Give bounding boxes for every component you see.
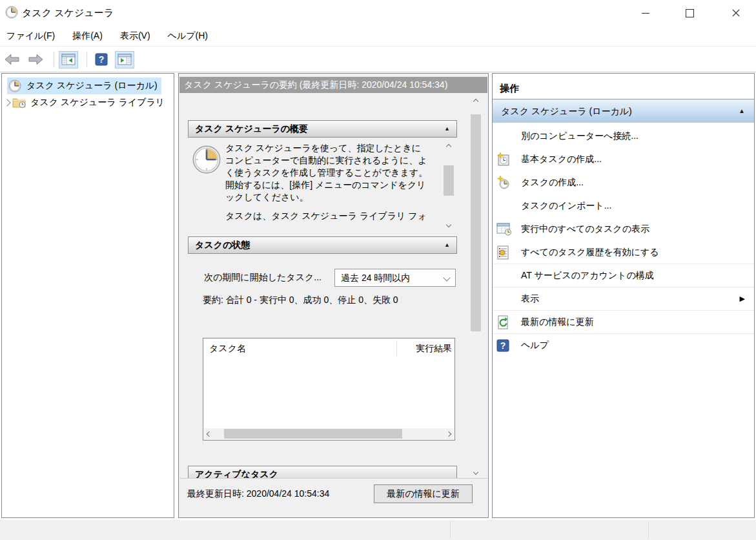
task-history-icon: [496, 245, 513, 260]
action-label: タスクのインポート...: [521, 200, 611, 212]
summary-pane-title: タスク スケジューラの要約 (最終更新日時: 2020/04/24 10:54:…: [179, 77, 487, 93]
action-pane-toggle-button[interactable]: [115, 51, 134, 68]
period-dropdown[interactable]: 過去 24 時間以内: [334, 269, 456, 287]
statusbar-separator: [450, 521, 451, 539]
minimize-icon: [642, 13, 649, 14]
chevron-down-icon: [443, 274, 450, 281]
action-pane-toggle-icon: [117, 54, 132, 65]
scroll-down-button[interactable]: [470, 467, 482, 477]
scroll-up-button[interactable]: [470, 96, 482, 107]
menu-help[interactable]: ヘルプ(H): [168, 30, 208, 42]
column-separator[interactable]: [396, 340, 397, 356]
period-dropdown-value: 過去 24 時間以内: [341, 273, 410, 283]
help-icon: ?: [95, 53, 108, 66]
action-label: 実行中のすべてのタスクの表示: [521, 223, 649, 235]
app-clock-icon: [5, 6, 18, 19]
icon-spacer: [496, 199, 513, 213]
menu-file[interactable]: ファイル(F): [6, 30, 55, 42]
overview-scrollbar[interactable]: [443, 141, 455, 229]
forward-arrow-icon: [27, 53, 44, 66]
overview-section-header[interactable]: タスク スケジューラの概要 ▲: [188, 120, 457, 138]
refresh-button[interactable]: 最新の情報に更新: [374, 484, 473, 503]
collapse-arrow-icon[interactable]: ▲: [739, 99, 745, 123]
console-tree-panel: タスク スケジューラ (ローカル) タスク スケジューラ ライブラリ: [1, 73, 174, 518]
clock-icon: [8, 79, 23, 92]
actions-group-title: タスク スケジューラ (ローカル): [501, 106, 632, 116]
overview-text: タスク スケジューラを使って、指定したときにコンピューターで自動的に実行されるよ…: [225, 142, 429, 231]
menu-view[interactable]: 表示(V): [120, 30, 150, 42]
statusbar-separator: [648, 521, 649, 539]
tree-item-label: タスク スケジューラ (ローカル): [26, 80, 158, 92]
task-status-section-header[interactable]: タスクの状態 ▲: [188, 236, 457, 254]
create-task-icon: [496, 176, 513, 190]
menu-bar: ファイル(F) 操作(A) 表示(V) ヘルプ(H): [0, 26, 756, 47]
console-tree-toggle-button[interactable]: [59, 51, 78, 68]
action-help[interactable]: ? ヘルプ: [493, 334, 754, 357]
collapse-arrow-icon[interactable]: ▲: [444, 121, 450, 137]
action-refresh[interactable]: 最新の情報に更新: [493, 311, 754, 334]
title-bar[interactable]: タスク スケジューラ: [0, 0, 756, 26]
scroll-left-button[interactable]: [204, 428, 214, 439]
refresh-icon: [496, 315, 513, 329]
tree-item-task-scheduler-local[interactable]: タスク スケジューラ (ローカル): [2, 78, 174, 94]
close-button[interactable]: [721, 0, 751, 26]
window-title: タスク スケジューラ: [22, 0, 114, 26]
table-horizontal-scrollbar[interactable]: [204, 428, 454, 439]
close-icon: [732, 9, 740, 17]
minimize-button[interactable]: [631, 0, 660, 26]
column-header-task-name[interactable]: タスク名: [209, 338, 246, 358]
create-basic-task-icon: [496, 152, 513, 167]
actions-panel: 操作 タスク スケジューラ (ローカル) ▲ 別のコンピューターへ接続...: [492, 73, 755, 518]
action-configure-at-service-account[interactable]: AT サービスのアカウントの構成: [493, 264, 754, 287]
svg-text:?: ?: [99, 54, 105, 65]
scrollbar-thumb[interactable]: [224, 429, 402, 439]
scrollbar-thumb[interactable]: [471, 114, 481, 331]
back-arrow-icon: [4, 53, 21, 66]
scrollbar-thumb[interactable]: [444, 165, 454, 196]
maximize-icon: [686, 9, 694, 17]
action-view[interactable]: 表示 ▶: [493, 287, 754, 311]
actions-group-header[interactable]: タスク スケジューラ (ローカル) ▲: [493, 99, 754, 123]
status-summary-line: 要約: 合計 0 - 実行中 0、成功 0、停止 0、失敗 0: [203, 295, 398, 306]
submenu-arrow-icon: ▶: [740, 295, 745, 303]
maximize-button[interactable]: [675, 0, 704, 26]
menu-action[interactable]: 操作(A): [72, 30, 103, 42]
actions-list: 別のコンピューターへ接続... 基本タスクの作成...: [493, 125, 754, 357]
action-create-task[interactable]: タスクの作成...: [493, 171, 754, 194]
actions-pane-title: 操作: [493, 78, 754, 99]
chevron-right-icon[interactable]: [2, 100, 12, 105]
action-label: すべてのタスク履歴を有効にする: [521, 247, 659, 258]
action-connect-to-another-computer[interactable]: 別のコンピューターへ接続...: [493, 125, 754, 148]
tree-item-task-scheduler-library[interactable]: タスク スケジューラ ライブラリ: [2, 94, 174, 111]
folder-clock-icon: [12, 96, 26, 109]
running-tasks-icon: [496, 222, 513, 236]
tree-item-label: タスク スケジューラ ライブラリ: [30, 97, 165, 109]
icon-spacer: [496, 292, 513, 306]
icon-spacer: [496, 269, 513, 283]
scroll-down-button[interactable]: [443, 220, 455, 229]
action-label: タスクの作成...: [521, 177, 584, 189]
table-header-row: タスク名 実行結果: [203, 338, 455, 358]
scroll-right-button[interactable]: [444, 428, 454, 439]
overview-paragraph-truncated: タスクは、タスク スケジューラ ライブラリ フォ: [225, 210, 429, 222]
collapse-arrow-icon[interactable]: ▲: [444, 237, 450, 253]
action-label: 基本タスクの作成...: [521, 154, 602, 165]
back-button[interactable]: [3, 51, 22, 68]
forward-button[interactable]: [26, 51, 45, 68]
action-display-all-running-tasks[interactable]: 実行中のすべてのタスクの表示: [493, 218, 754, 241]
column-header-run-result[interactable]: 実行結果: [416, 338, 452, 358]
overview-section-title: タスク スケジューラの概要: [195, 123, 308, 134]
action-import-task[interactable]: タスクのインポート...: [493, 194, 754, 218]
task-scheduler-window: タスク スケジューラ ファイル(F) 操作(A) 表示(V) ヘルプ(H): [0, 0, 756, 540]
summary-footer: 最終更新日時: 2020/04/24 10:54:34 最新の情報に更新: [179, 478, 487, 508]
action-create-basic-task[interactable]: 基本タスクの作成...: [493, 148, 754, 171]
scroll-up-button[interactable]: [443, 141, 455, 151]
clock-icon: [192, 145, 221, 174]
summary-vertical-scrollbar[interactable]: [470, 96, 482, 477]
action-enable-all-tasks-history[interactable]: すべてのタスク履歴を有効にする: [493, 241, 754, 264]
task-status-section-title: タスクの状態: [195, 240, 250, 250]
help-button[interactable]: ?: [92, 51, 111, 68]
action-label: 表示: [521, 293, 539, 305]
action-label: ヘルプ: [521, 340, 549, 351]
toolbar: ?: [0, 47, 756, 72]
